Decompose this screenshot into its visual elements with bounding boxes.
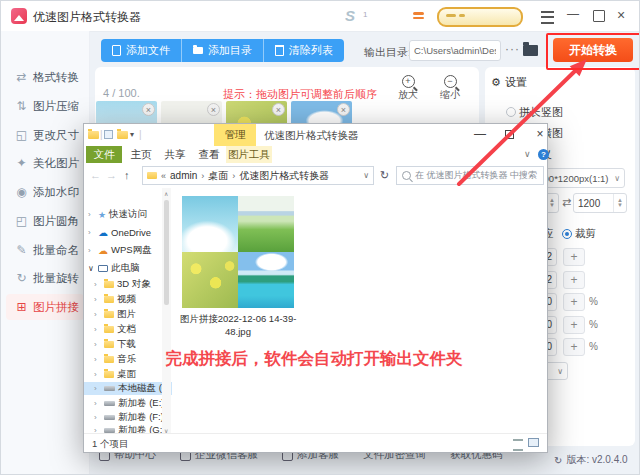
- corner-icon: ◰: [15, 214, 28, 228]
- computer-icon: [98, 265, 108, 272]
- folder-icon: [104, 311, 114, 318]
- breadcrumb-segment[interactable]: 优速图片格式转换器: [239, 169, 329, 183]
- breadcrumb-segment[interactable]: 桌面: [208, 169, 228, 183]
- sidebar-item-stitch[interactable]: ⊞图片拼接: [6, 294, 84, 320]
- explorer-minimize-button[interactable]: —: [472, 127, 488, 141]
- tree-item-wps-cloud[interactable]: ›☁WPS网盘: [84, 244, 168, 257]
- minimize-button[interactable]: —: [567, 7, 579, 21]
- start-convert-button[interactable]: 开始转换: [553, 38, 633, 62]
- help-icon[interactable]: ?: [538, 149, 549, 160]
- tab-file[interactable]: 文件: [86, 146, 122, 163]
- thumbnail-view-icon[interactable]: [528, 438, 539, 447]
- tab-home[interactable]: 主页: [124, 146, 158, 163]
- scrollbar-thumb[interactable]: [164, 200, 169, 305]
- plus-button[interactable]: +: [563, 338, 585, 356]
- tree-item-local-disk-c[interactable]: ›本地磁盘 (C: [84, 382, 172, 395]
- clear-list-button[interactable]: 清除列表: [263, 39, 344, 62]
- tree-item-pictures[interactable]: ›图片: [84, 308, 174, 321]
- qat-dropdown-icon[interactable]: ▾: [130, 130, 134, 139]
- sidebar-item-beautify[interactable]: ✦美化图片: [6, 150, 84, 176]
- stitched-image-thumbnail[interactable]: [182, 196, 294, 308]
- tab-view[interactable]: 查看: [192, 146, 226, 163]
- stitch-icon: ⊞: [15, 300, 28, 314]
- output-dir-label: 输出目录:: [364, 45, 411, 60]
- add-folder-button[interactable]: 添加目录: [181, 39, 263, 62]
- tab-share[interactable]: 共享: [158, 146, 192, 163]
- browse-more-button[interactable]: ···: [505, 42, 520, 56]
- scroll-up-icon: ∧: [164, 190, 168, 197]
- radio-vertical-stitch[interactable]: [506, 107, 516, 117]
- open-folder-icon[interactable]: [523, 45, 538, 56]
- swap-icon: ⇄: [562, 196, 571, 209]
- drive-icon: [104, 386, 115, 391]
- manage-tab[interactable]: 管理: [214, 124, 256, 146]
- convert-icon: ⇄: [15, 70, 28, 84]
- tree-item-quick-access[interactable]: ›★快速访问: [84, 208, 168, 221]
- add-files-button[interactable]: 添加文件: [101, 39, 181, 62]
- explorer-window: | ▾ | 管理 优速图片格式转换器 — × 文件 主页 共享 查看 图片工具 …: [83, 123, 548, 453]
- up-icon[interactable]: ↑: [124, 169, 130, 181]
- tree-item-3d-objects[interactable]: ›3D 对象: [84, 278, 174, 291]
- tree-item-videos[interactable]: ›视频: [84, 293, 174, 306]
- sidebar-item-resize[interactable]: ◱更改尺寸: [6, 122, 84, 148]
- plus-button[interactable]: +: [563, 271, 585, 289]
- zoom-in-icon: +: [402, 75, 415, 88]
- output-dir-input[interactable]: [409, 40, 501, 61]
- back-icon[interactable]: ←: [90, 169, 101, 181]
- sidebar-item-compress[interactable]: ⇅图片压缩: [6, 93, 84, 119]
- folder-icon: [104, 341, 114, 348]
- refresh-icon[interactable]: ↻: [380, 169, 389, 182]
- folder-icon: [104, 296, 114, 303]
- explorer-search-input[interactable]: 在 优速图片格式转换器 中搜索: [396, 166, 544, 185]
- sidebar-item-batch-rename[interactable]: ✎批量命名: [6, 237, 84, 263]
- plus-button[interactable]: +: [563, 248, 585, 266]
- remove-image-icon[interactable]: ×: [272, 103, 285, 116]
- explorer-close-button[interactable]: ×: [532, 127, 548, 141]
- chevron-down-icon: ∨: [614, 174, 620, 183]
- plus-button[interactable]: +: [563, 293, 585, 311]
- address-box[interactable]: « admin › 桌面 › 优速图片格式转换器 ∨: [142, 166, 374, 185]
- forward-icon[interactable]: →: [106, 169, 117, 181]
- tree-item-onedrive[interactable]: ›☁OneDrive: [84, 226, 168, 239]
- details-view-icon[interactable]: [513, 439, 523, 451]
- height-spinner[interactable]: 1200▲▼: [573, 193, 627, 213]
- breadcrumb-segment[interactable]: admin: [170, 170, 197, 181]
- new-folder-icon[interactable]: [117, 131, 128, 139]
- sidebar-item-rounded-corner[interactable]: ◰图片圆角: [6, 208, 84, 234]
- remove-image-icon[interactable]: ×: [142, 103, 155, 116]
- remove-image-icon[interactable]: ×: [207, 103, 220, 116]
- spinner-arrows-icon[interactable]: ▲▼: [613, 194, 626, 212]
- explorer-addressbar: ← → ↑ « admin › 桌面 › 优速图片格式转换器 ∨ ↻ 在 优速图…: [84, 164, 547, 188]
- file-name-label[interactable]: 图片拼接2022-12-06 14-39-48.jpg: [178, 312, 298, 338]
- explorer-statusbar: 1 个项目: [84, 433, 547, 452]
- remove-image-icon[interactable]: ×: [337, 103, 350, 116]
- tree-item-volume-e[interactable]: ›新加卷 (E:): [84, 397, 174, 410]
- ribbon-collapse-icon[interactable]: ∨: [524, 149, 531, 159]
- sidebar-item-batch-rotate[interactable]: ↻批量旋转: [6, 265, 84, 291]
- drive-icon: [104, 401, 115, 406]
- maximize-button[interactable]: [593, 10, 605, 22]
- radio-crop[interactable]: [562, 229, 572, 239]
- explorer-body: ›★快速访问 ›☁OneDrive ›☁WPS网盘 ∨此电脑 ›3D 对象 ›视…: [84, 188, 547, 436]
- zoom-in-button[interactable]: +放大: [391, 75, 425, 102]
- explorer-maximize-button[interactable]: [505, 130, 514, 139]
- cloud-icon: ☁: [98, 247, 108, 255]
- rotate-icon: ↻: [15, 271, 28, 285]
- tab-picture-tools[interactable]: 图片工具: [226, 146, 272, 163]
- update-icon[interactable]: ↻: [554, 455, 562, 466]
- sidebar-item-format-convert[interactable]: ⇄格式转换: [6, 64, 84, 90]
- vip-pill-button[interactable]: [437, 7, 523, 27]
- plus-button[interactable]: +: [563, 316, 585, 334]
- close-button[interactable]: ×: [617, 7, 625, 23]
- zoom-out-button[interactable]: −缩小: [433, 75, 467, 102]
- properties-icon[interactable]: [104, 130, 113, 139]
- tree-item-volume-f[interactable]: ›新加卷 (F:): [84, 411, 174, 424]
- activity-icon[interactable]: [413, 12, 424, 20]
- menu-icon[interactable]: [541, 11, 554, 24]
- sidebar-item-watermark[interactable]: ◉添加水印: [6, 179, 84, 205]
- annotation-text: 完成拼接后，软件会自动打开输出文件夹: [114, 348, 514, 370]
- tree-scrollbar[interactable]: ∧ ∨: [162, 188, 171, 436]
- tree-item-documents[interactable]: ›文档: [84, 323, 174, 336]
- address-dropdown-icon[interactable]: ∨: [363, 171, 369, 180]
- tree-item-this-pc[interactable]: ∨此电脑: [84, 262, 168, 275]
